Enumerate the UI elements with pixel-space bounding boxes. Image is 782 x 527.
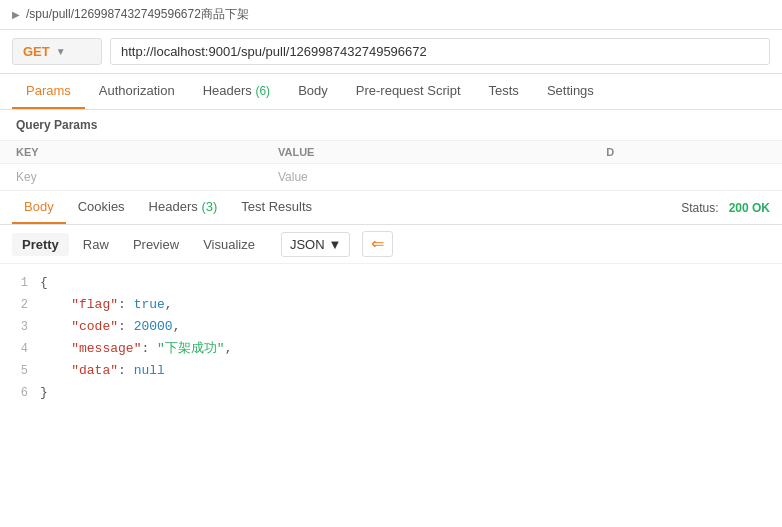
tab-authorization[interactable]: Authorization xyxy=(85,74,189,109)
breadcrumb: ▶ /spu/pull/1269987432749596672商品下架 xyxy=(0,0,782,30)
breadcrumb-arrow: ▶ xyxy=(12,9,20,20)
chevron-down-icon: ▼ xyxy=(56,46,66,57)
url-input[interactable] xyxy=(110,38,770,65)
query-params-title: Query Params xyxy=(0,110,782,140)
raw-button[interactable]: Raw xyxy=(73,233,119,256)
json-line-1: 1 { xyxy=(0,272,782,294)
request-tabs: Params Authorization Headers (6) Body Pr… xyxy=(0,74,782,110)
line-num-5: 5 xyxy=(0,361,40,381)
query-params-section: Query Params KEY VALUE D Key Value xyxy=(0,110,782,191)
format-select[interactable]: JSON ▼ xyxy=(281,232,351,257)
json-body: 1 { 2 "flag": true, 3 "code": 20000, 4 "… xyxy=(0,264,782,413)
tab-settings[interactable]: Settings xyxy=(533,74,608,109)
col-key: KEY xyxy=(0,141,262,164)
col-value: VALUE xyxy=(262,141,590,164)
status-label: Status: xyxy=(681,201,718,215)
table-row: Key Value xyxy=(0,164,782,191)
status-area: Status: 200 OK xyxy=(681,201,770,215)
tab-tests[interactable]: Tests xyxy=(475,74,533,109)
format-bar: Pretty Raw Preview Visualize JSON ▼ ⇐ xyxy=(0,225,782,264)
response-tab-body[interactable]: Body xyxy=(12,191,66,224)
line-num-2: 2 xyxy=(0,295,40,315)
line-num-1: 1 xyxy=(0,273,40,293)
format-select-label: JSON xyxy=(290,237,325,252)
headers-badge: (6) xyxy=(255,84,270,98)
value-cell[interactable]: Value xyxy=(262,164,590,191)
params-table: KEY VALUE D Key Value xyxy=(0,140,782,191)
response-tabs: Body Cookies Headers (3) Test Results St… xyxy=(0,191,782,225)
line-num-4: 4 xyxy=(0,339,40,359)
desc-cell xyxy=(590,164,782,191)
col-d: D xyxy=(590,141,782,164)
status-value: 200 OK xyxy=(729,201,770,215)
method-select[interactable]: GET ▼ xyxy=(12,38,102,65)
response-headers-badge: (3) xyxy=(201,199,217,214)
url-bar: GET ▼ xyxy=(0,30,782,74)
chevron-down-icon: ▼ xyxy=(329,237,342,252)
json-line-2: 2 "flag": true, xyxy=(0,294,782,316)
tab-headers[interactable]: Headers (6) xyxy=(189,74,284,109)
response-tab-test-results[interactable]: Test Results xyxy=(229,191,324,224)
json-line-5: 5 "data": null xyxy=(0,360,782,382)
response-tab-cookies[interactable]: Cookies xyxy=(66,191,137,224)
tab-prerequest[interactable]: Pre-request Script xyxy=(342,74,475,109)
preview-button[interactable]: Preview xyxy=(123,233,189,256)
wrap-button[interactable]: ⇐ xyxy=(362,231,393,257)
response-tab-headers[interactable]: Headers (3) xyxy=(137,191,230,224)
breadcrumb-text: /spu/pull/1269987432749596672商品下架 xyxy=(26,6,249,23)
method-label: GET xyxy=(23,44,50,59)
wrap-icon: ⇐ xyxy=(371,235,384,252)
json-line-6: 6 } xyxy=(0,382,782,404)
pretty-button[interactable]: Pretty xyxy=(12,233,69,256)
key-cell[interactable]: Key xyxy=(0,164,262,191)
tab-params[interactable]: Params xyxy=(12,74,85,109)
line-num-3: 3 xyxy=(0,317,40,337)
json-line-3: 3 "code": 20000, xyxy=(0,316,782,338)
line-num-6: 6 xyxy=(0,383,40,403)
json-line-4: 4 "message": "下架成功", xyxy=(0,338,782,360)
visualize-button[interactable]: Visualize xyxy=(193,233,265,256)
tab-body[interactable]: Body xyxy=(284,74,342,109)
